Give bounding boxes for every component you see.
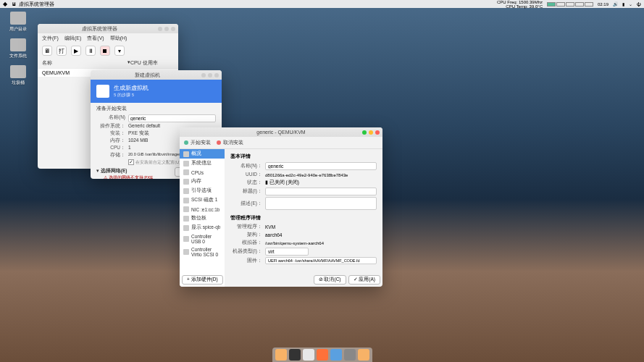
sidebar-item-tablet[interactable]: 数位板 <box>180 214 225 223</box>
new-vm-button[interactable]: 🖥 <box>42 46 52 56</box>
menubar-title: 虚拟系统管理器 <box>19 1 54 8</box>
battery-icon[interactable]: ▮ <box>622 1 624 7</box>
customize-checkbox[interactable] <box>128 159 134 165</box>
chipset-select[interactable] <box>265 248 309 256</box>
dock-browser[interactable] <box>303 349 314 361</box>
sidebar-item-nic[interactable]: NIC :e1:cc:1b <box>180 205 225 214</box>
sidebar-item-overview[interactable]: 概况 <box>180 149 225 159</box>
usb-icon <box>183 236 189 242</box>
name-label: 名称(N)： <box>230 163 265 169</box>
dock-files[interactable] <box>275 349 287 361</box>
emu-value: /usr/bin/qemu-system-aarch64 <box>265 241 377 245</box>
name-input[interactable] <box>265 162 377 170</box>
dock-settings[interactable] <box>330 349 342 361</box>
close-icon[interactable] <box>214 73 219 77</box>
menu-help[interactable]: 帮助(H) <box>110 35 127 42</box>
fw-select[interactable] <box>265 257 377 264</box>
hyper-label: 管理程序： <box>230 224 265 230</box>
desktop-icons: 用户目录 文件系统 垃圾桶 <box>7 12 29 86</box>
maximize-icon[interactable] <box>208 73 212 77</box>
close-icon[interactable] <box>171 27 175 31</box>
warning-icon: ⚠ <box>104 175 107 179</box>
mem-label: 内存： <box>96 138 128 144</box>
minimize-icon[interactable] <box>362 130 367 135</box>
close-icon[interactable] <box>375 130 380 135</box>
check-icon <box>184 140 188 145</box>
sidebar-item-disk[interactable]: SCSI 磁盘 1 <box>180 195 225 205</box>
plus-icon: + <box>187 277 190 282</box>
menu-edit[interactable]: 编辑(E) <box>64 35 81 42</box>
clock: 02:19 <box>598 2 609 7</box>
desktop-icon-trash[interactable]: 垃圾桶 <box>7 65 29 86</box>
cancel-install-button[interactable]: 取消安装 <box>217 139 243 146</box>
minimize-icon[interactable] <box>201 73 206 77</box>
menu-chevron-icon[interactable]: ⌄ <box>629 1 632 7</box>
maximize-icon[interactable] <box>369 130 373 135</box>
window-title: 虚拟系统管理器 <box>41 25 158 33</box>
section-ready: 准备开始安装 <box>96 106 216 112</box>
dock-firefox[interactable] <box>317 349 328 361</box>
display-icon <box>183 225 189 231</box>
add-hardware-button[interactable]: + 添加硬件(D) <box>182 275 223 285</box>
cpu-icon <box>183 169 189 175</box>
basic-details-head: 基本详情 <box>230 153 377 160</box>
caret-icon[interactable]: ▾ <box>96 168 99 173</box>
open-button[interactable]: 打 <box>57 46 67 56</box>
dropdown-button[interactable]: ▾ <box>114 46 125 56</box>
title-input[interactable] <box>265 188 377 195</box>
app-icon: 🖥 <box>12 1 17 7</box>
info-icon <box>183 151 189 157</box>
pause-button[interactable]: ⏸ <box>85 46 96 56</box>
status-label: 状态： <box>230 180 265 186</box>
chipset-label: 机器类型(I)： <box>230 248 265 255</box>
minimize-icon[interactable] <box>158 27 162 31</box>
sidebar-item-cpus[interactable]: CPUs <box>180 168 225 177</box>
sidebar-item-boot[interactable]: 引导选项 <box>180 186 225 195</box>
titlebar[interactable]: 新建虚拟机 <box>91 70 222 80</box>
uuid-value: d801266a-ed2c-49e2-940e-e7638be7843e <box>265 173 377 177</box>
sidebar-item-usb[interactable]: Controller USB 0 <box>180 232 225 245</box>
play-button[interactable]: ▶ <box>71 46 81 56</box>
name-label: 名称(N) <box>96 114 128 122</box>
desktop-icon-filesystem[interactable]: 文件系统 <box>7 38 29 59</box>
desktop-icon-home[interactable]: 用户目录 <box>7 12 29 33</box>
title-label: 标题(I)： <box>230 188 265 195</box>
power-icon[interactable]: ⏻ <box>637 2 641 7</box>
stop-button[interactable]: ⏹ <box>100 46 110 56</box>
maximize-icon[interactable] <box>164 27 169 31</box>
titlebar[interactable]: generic - QEMU/KVM <box>180 127 382 137</box>
sidebar-item-scsi[interactable]: Controller Virtio SCSI 0 <box>180 245 225 258</box>
monitor-icon <box>96 85 109 98</box>
dock-search[interactable] <box>344 349 356 361</box>
apple-menu-icon[interactable]: ◆ <box>3 1 7 7</box>
name-input[interactable] <box>128 114 216 122</box>
vm-details-window: generic - QEMU/KVM 开始安装 取消安装 概况 系统信息 CPU… <box>180 127 382 287</box>
col-name[interactable]: 名称 <box>42 59 127 67</box>
menu-view[interactable]: 查看(V) <box>87 35 104 42</box>
sidebar: 概况 系统信息 CPUs 内存 引导选项 SCSI 磁盘 1 NIC :e1:c… <box>180 149 225 287</box>
cancel-button[interactable]: ⊘ 取消(C) <box>314 275 346 285</box>
titlebar[interactable]: 虚拟系统管理器 <box>38 24 178 33</box>
menu-file[interactable]: 文件(F) <box>42 35 59 42</box>
cpu-temp: CPU Temp: 39.0°C <box>506 4 543 9</box>
apply-button[interactable]: ✓ 应用(A) <box>348 275 380 285</box>
wizard-title: 生成新虚拟机 <box>114 84 149 92</box>
volume-icon[interactable]: 🔊 <box>613 1 618 7</box>
net-label: 选择网络(E) <box>101 168 127 173</box>
install-label: 安装： <box>96 130 128 137</box>
sidebar-item-sysinfo[interactable]: 系统信息 <box>180 159 225 168</box>
sidebar-item-memory[interactable]: 内存 <box>180 177 225 186</box>
hypervisor-head: 管理程序详情 <box>230 214 377 222</box>
desc-input[interactable] <box>265 197 377 210</box>
nic-icon <box>183 206 189 212</box>
cpu-label: CPU： <box>96 145 128 151</box>
col-cpu[interactable]: CPU 使用率 <box>130 59 174 67</box>
begin-install-button[interactable]: 开始安装 <box>184 139 211 146</box>
uuid-label: UUID： <box>230 172 265 178</box>
tablet-icon <box>183 216 189 222</box>
dock-folder[interactable] <box>358 349 369 361</box>
sidebar-item-display[interactable]: 显示 spice-qb <box>180 223 225 232</box>
memory-icon <box>183 179 189 185</box>
fw-label: 固件： <box>230 258 265 264</box>
dock-terminal[interactable] <box>289 349 301 361</box>
